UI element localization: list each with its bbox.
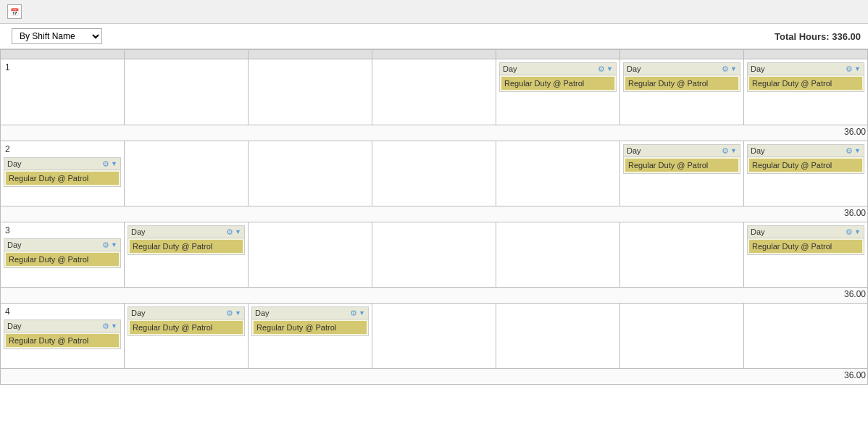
dropdown-icon[interactable]: ▼ [854,66,861,72]
cell-week2-day4 [496,141,620,206]
empty-cell [374,143,494,192]
shift-duty: Regular Duty @ Patrol [625,77,738,90]
cell-week2-day2 [249,141,372,206]
dropdown-icon[interactable]: ▼ [854,148,861,154]
total-hours-label: Total Hours: [775,31,830,42]
week-total-2: 36.00 [1,206,868,222]
gear-icon[interactable]: ⚙ [846,147,853,155]
dropdown-icon[interactable]: ▼ [235,310,241,317]
dropdown-icon[interactable]: ▼ [111,242,117,248]
cell-week1-day6: Day⚙▼Regular Duty @ Patrol [744,59,868,125]
week-total-4: 36.00 [1,369,868,385]
cell-week1-day2 [249,59,372,125]
week-total-row-2: 36.00 [1,206,868,222]
shift-duty: Regular Duty @ Patrol [749,77,862,90]
shift-controls: ⚙▼ [598,65,613,73]
week-row-1: 1Day⚙▼Regular Duty @ PatrolDay⚙▼Regular … [1,59,868,125]
dropdown-icon[interactable]: ▼ [111,323,117,330]
empty-cell [622,224,742,273]
week-row-3: 3Day⚙▼Regular Duty @ PatrolDay⚙▼Regular … [1,222,868,288]
calendar-header-row [1,50,868,59]
shift-duty: Regular Duty @ Patrol [501,77,614,90]
shift-header: Day⚙▼ [748,145,864,157]
shift-controls: ⚙▼ [722,147,737,155]
dropdown-icon[interactable]: ▼ [111,161,117,167]
calendar-body: 1Day⚙▼Regular Duty @ PatrolDay⚙▼Regular … [1,59,868,385]
week-total-row-4: 36.00 [1,369,868,385]
cell-week2-day1 [125,141,249,206]
shift-duty: Regular Duty @ Patrol [749,240,862,253]
shift-controls: ⚙▼ [102,160,117,168]
shift-name: Day [7,322,22,330]
toolbar: By Shift NameBy PositionBy Employee Tota… [0,24,868,49]
shift-duty: Regular Duty @ Patrol [625,159,738,172]
gear-icon[interactable]: ⚙ [102,322,109,330]
cell-week2-day3 [372,141,496,206]
shift-duty: Regular Duty @ Patrol [6,334,119,347]
shift-name: Day [627,146,641,155]
gear-icon[interactable]: ⚙ [722,147,729,155]
week-total-3: 36.00 [1,288,868,304]
week-number-3: 3 [2,224,122,237]
shift-block: Day⚙▼Regular Duty @ Patrol [747,62,864,92]
col-thursday [496,50,620,59]
dropdown-icon[interactable]: ▼ [359,310,365,317]
empty-cell [126,143,246,192]
dropdown-icon[interactable]: ▼ [730,148,737,154]
calendar-icon: 📅 [7,4,22,19]
shift-block: Day⚙▼Regular Duty @ Patrol [499,62,617,92]
gear-icon[interactable]: ⚙ [226,228,233,236]
shift-header: Day⚙▼ [252,307,368,320]
col-sunday [1,50,125,59]
gear-icon[interactable]: ⚙ [846,228,853,236]
dropdown-icon[interactable]: ▼ [730,66,737,72]
shift-block: Day⚙▼Regular Duty @ Patrol [4,238,121,268]
gear-icon[interactable]: ⚙ [102,241,109,249]
shift-duty: Regular Duty @ Patrol [130,240,243,253]
empty-cell [498,224,618,273]
week-total-1: 36.00 [1,125,868,141]
week-row-4: 4Day⚙▼Regular Duty @ PatrolDay⚙▼Regular … [1,304,868,369]
cell-week4-day3 [372,304,496,369]
gear-icon[interactable]: ⚙ [846,65,853,73]
cell-week3-day4 [496,222,620,288]
shift-name: Day [255,309,270,317]
week-row-2: 2Day⚙▼Regular Duty @ PatrolDay⚙▼Regular … [1,141,868,206]
shift-name: Day [503,64,517,73]
gear-icon[interactable]: ⚙ [722,65,729,73]
week-total-row-3: 36.00 [1,288,868,304]
shift-controls: ⚙▼ [226,228,241,236]
gear-icon[interactable]: ⚙ [102,160,109,168]
empty-cell [622,305,742,354]
gear-icon[interactable]: ⚙ [350,309,357,317]
shift-name: Day [751,227,765,236]
shift-block: Day⚙▼Regular Duty @ Patrol [128,306,245,336]
week-number-4: 4 [2,305,122,318]
total-hours: Total Hours: 336.00 [775,31,861,42]
dropdown-icon[interactable]: ▼ [854,229,861,235]
shift-header: Day⚙▼ [748,226,864,238]
shift-header: Day⚙▼ [624,145,740,157]
cell-week4-day1: Day⚙▼Regular Duty @ Patrol [125,304,249,369]
cell-week1-day4: Day⚙▼Regular Duty @ Patrol [496,59,620,125]
total-hours-value: 336.00 [832,31,861,42]
dropdown-icon[interactable]: ▼ [235,229,241,235]
empty-cell [498,143,618,192]
shift-controls: ⚙▼ [722,65,737,73]
dropdown-icon[interactable]: ▼ [606,66,613,72]
cell-week3-day1: Day⚙▼Regular Duty @ Patrol [125,222,249,288]
calendar-table: 1Day⚙▼Regular Duty @ PatrolDay⚙▼Regular … [0,49,868,385]
week-number-1: 1 [2,61,122,74]
empty-cell [746,305,866,354]
empty-cell [250,224,370,273]
gear-icon[interactable]: ⚙ [226,309,233,317]
shift-block: Day⚙▼Regular Duty @ Patrol [623,144,740,174]
shift-header: Day⚙▼ [128,307,244,320]
shift-duty: Regular Duty @ Patrol [749,159,862,172]
color-coding-select[interactable]: By Shift NameBy PositionBy Employee [12,28,102,44]
shift-header: Day⚙▼ [128,226,244,238]
shift-block: Day⚙▼Regular Duty @ Patrol [623,62,740,92]
col-wednesday [372,50,496,59]
gear-icon[interactable]: ⚙ [598,65,605,73]
empty-cell [2,74,122,123]
